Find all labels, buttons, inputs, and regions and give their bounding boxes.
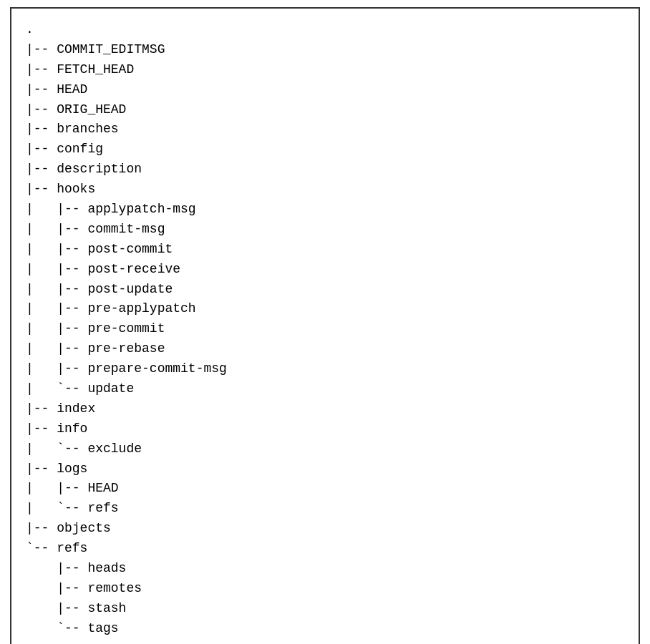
tree-line: | |-- applypatch-msg: [26, 200, 624, 220]
tree-line: `-- refs: [26, 539, 624, 559]
tree-line: |-- config: [26, 140, 624, 160]
tree-line: | `-- update: [26, 379, 624, 399]
tree-line: |-- heads: [26, 559, 624, 579]
tree-line: | |-- pre-commit: [26, 319, 624, 339]
tree-line: | |-- prepare-commit-msg: [26, 359, 624, 379]
tree-line: |-- info: [26, 419, 624, 439]
terminal-container: .|-- COMMIT_EDITMSG|-- FETCH_HEAD|-- HEA…: [10, 7, 640, 644]
tree-line: |-- index: [26, 399, 624, 419]
tree-line: |-- HEAD: [26, 80, 624, 100]
tree-line: | |-- post-update: [26, 280, 624, 300]
tree-line: |-- branches: [26, 119, 624, 140]
tree-line: | `-- exclude: [26, 439, 624, 459]
tree-line: |-- hooks: [26, 180, 624, 200]
tree-line: |-- logs: [26, 459, 624, 479]
tree-output: .|-- COMMIT_EDITMSG|-- FETCH_HEAD|-- HEA…: [26, 20, 624, 639]
tree-line: |-- FETCH_HEAD: [26, 60, 624, 80]
tree-line: | |-- pre-applypatch: [26, 299, 624, 319]
tree-line: | `-- refs: [26, 499, 624, 519]
tree-line: `-- tags: [26, 619, 624, 639]
tree-line: |-- stash: [26, 599, 624, 619]
tree-line: .: [26, 20, 624, 40]
tree-line: | |-- post-receive: [26, 260, 624, 280]
tree-line: |-- description: [26, 160, 624, 180]
tree-line: | |-- commit-msg: [26, 220, 624, 240]
tree-line: | |-- post-commit: [26, 240, 624, 260]
tree-line: |-- objects: [26, 519, 624, 539]
tree-line: | |-- HEAD: [26, 479, 624, 499]
tree-line: | |-- pre-rebase: [26, 339, 624, 359]
tree-line: |-- COMMIT_EDITMSG: [26, 40, 624, 60]
tree-line: |-- remotes: [26, 579, 624, 599]
tree-line: |-- ORIG_HEAD: [26, 100, 624, 120]
